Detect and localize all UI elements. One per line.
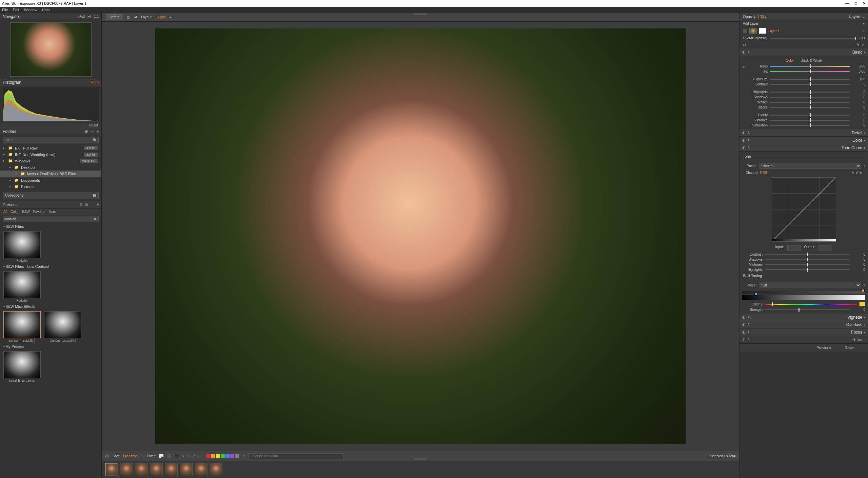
menu-file[interactable]: File xyxy=(2,8,8,12)
presets-collapse-icon[interactable]: ⊟ xyxy=(85,203,88,206)
menu-help[interactable]: Help xyxy=(42,8,50,12)
layout-value[interactable]: Single xyxy=(156,15,166,19)
eyedropper-icon[interactable]: ✎ xyxy=(742,65,745,69)
flag-unflagged-icon[interactable] xyxy=(167,454,171,458)
histogram-header[interactable]: Histogram RGB xyxy=(0,79,101,86)
folders-card-icon[interactable]: ▣ xyxy=(85,130,88,133)
curve-point-icon[interactable]: ✎ xyxy=(852,171,854,175)
folders-plus-icon[interactable]: + xyxy=(97,130,99,133)
slider-track[interactable] xyxy=(770,115,850,116)
menu-edit[interactable]: Edit xyxy=(13,8,19,12)
color-filter-swatch[interactable] xyxy=(211,454,215,458)
slider-track[interactable] xyxy=(770,84,850,85)
flag-picked-icon[interactable] xyxy=(159,454,163,458)
folder-row[interactable]: ▸📁Documents xyxy=(0,177,101,183)
slider-track[interactable] xyxy=(770,97,850,98)
before-button[interactable]: Before xyxy=(106,14,123,20)
split-color1-swatch[interactable] xyxy=(859,302,865,306)
split-tone-gradient[interactable] xyxy=(742,295,865,300)
layer-row[interactable]: Layer 1 ≡ xyxy=(739,27,868,35)
basic-reset-icon[interactable]: ↻ xyxy=(748,50,751,54)
slider-track[interactable] xyxy=(770,92,850,93)
star-filter[interactable]: ≥ ☆☆☆☆☆ xyxy=(182,454,203,458)
split-preset-select[interactable]: *Off xyxy=(760,282,861,288)
basic-toggle-icon[interactable]: ◐ xyxy=(742,50,746,54)
presets-grid-icon[interactable]: ⊞ xyxy=(80,203,82,206)
basic-collapse-icon[interactable]: ▾ xyxy=(864,51,865,54)
split-strength-slider[interactable] xyxy=(765,309,850,310)
color-filter-swatch[interactable] xyxy=(225,454,230,458)
nav-grid[interactable]: Grid xyxy=(78,15,85,18)
gear-icon[interactable]: ⚙ xyxy=(105,454,109,459)
metadata-filter-input[interactable] xyxy=(249,453,343,459)
preset-thumb[interactable]: Kodalith-No GRAIN xyxy=(3,351,41,382)
folder-row[interactable]: ▸📁EXT Full Raw4.0 TB xyxy=(0,145,101,151)
flag-rejected-icon[interactable] xyxy=(175,454,179,458)
preset-tab-all[interactable]: All xyxy=(3,210,7,214)
close-icon[interactable]: ✕ xyxy=(863,1,866,6)
presets-minus-icon[interactable]: — xyxy=(91,203,94,206)
previous-button[interactable]: Previous xyxy=(816,346,831,350)
swap-icon[interactable]: ⇄ xyxy=(134,15,137,19)
histogram-reset[interactable]: Reset xyxy=(89,123,98,127)
folder-row[interactable]: ▸📁Pictures xyxy=(0,183,101,190)
nav-1to1[interactable]: 1:1 xyxy=(94,15,99,18)
basic-header[interactable]: ◐↻ Basic ▾ xyxy=(739,48,868,56)
maximize-icon[interactable]: □ xyxy=(855,1,857,6)
crop-icon[interactable]: ⊡ xyxy=(743,43,746,47)
filmstrip-thumb[interactable] xyxy=(135,463,148,476)
preset-tab-user[interactable]: User xyxy=(49,210,56,214)
presets-plus-icon[interactable]: + xyxy=(97,203,99,206)
grain-header[interactable]: ◐↻ Grain◂ xyxy=(739,336,868,343)
vignette-header[interactable]: ◐↻ Vignette◂ xyxy=(739,314,868,321)
color-filter-swatch[interactable] xyxy=(230,454,234,458)
preset-thumb[interactable]: Kodalith xyxy=(3,271,41,302)
color-filter-swatch[interactable] xyxy=(235,454,239,458)
histogram-mode[interactable]: RGB xyxy=(91,80,99,84)
bottom-handle[interactable] xyxy=(414,458,427,460)
slider-track[interactable] xyxy=(770,79,850,80)
filmstrip-thumb[interactable] xyxy=(180,463,193,476)
curve-reset-icon[interactable]: ↻ xyxy=(859,171,862,175)
layers-menu-icon[interactable]: ≡ xyxy=(863,15,865,19)
color-filter-swatch[interactable] xyxy=(216,454,220,458)
split-preset-save-icon[interactable]: + xyxy=(863,283,865,287)
preset-thumb[interactable]: Vignette ...Kodalith) xyxy=(44,311,81,342)
search-icon[interactable]: 🔍 xyxy=(91,137,99,143)
folder-row[interactable]: ▸📁kevin ▸ OneDrive ▸ ASE Files xyxy=(0,171,101,177)
filmstrip-thumb[interactable] xyxy=(210,463,222,476)
folder-row[interactable]: ▸📁Desktop xyxy=(0,164,101,171)
preset-tab-bw[interactable]: B&W xyxy=(22,210,30,214)
filmstrip-thumb[interactable] xyxy=(120,463,133,476)
preset-group-header[interactable]: B&W Films - Low Contrast xyxy=(0,263,101,270)
navigator-header[interactable]: Navigator Grid Fit 1:1 xyxy=(0,13,101,20)
split-color1-slider[interactable] xyxy=(765,304,857,305)
collections-row[interactable]: Collections ▤ xyxy=(3,192,99,199)
folders-minus-icon[interactable]: — xyxy=(91,130,94,133)
tone-curve-header[interactable]: ◐↻ Tone Curve ▾ xyxy=(739,144,868,152)
image-viewport[interactable] xyxy=(102,22,739,451)
eraser-icon[interactable]: ✐ xyxy=(862,43,865,47)
filmstrip-thumb[interactable] xyxy=(105,463,118,476)
channel-value[interactable]: RGB xyxy=(760,171,768,175)
preset-thumb[interactable]: Border - ...Kodalith) xyxy=(3,311,41,342)
color-filter-swatch[interactable] xyxy=(221,454,225,458)
filter-link-icon[interactable]: ⟲ xyxy=(242,454,245,458)
preset-search-clear-icon[interactable]: ✕ xyxy=(92,216,99,222)
folder-row[interactable]: ▸📁INT: Non Wedding (Live)3.0 TB xyxy=(0,151,101,158)
filmstrip-thumb[interactable] xyxy=(165,463,178,476)
overlays-header[interactable]: ◐↻ Overlays◂ xyxy=(739,321,868,328)
slider-track[interactable] xyxy=(770,102,850,103)
add-layer-row[interactable]: Add Layer ≡ xyxy=(739,20,868,27)
reset-button[interactable]: Reset xyxy=(845,346,854,350)
preset-group-header[interactable]: My Presets xyxy=(0,343,101,350)
sort-dir-icon[interactable]: ↓↑ xyxy=(140,454,144,458)
brush-icon[interactable]: ✎ xyxy=(856,43,860,47)
slider-track[interactable] xyxy=(770,107,850,108)
minimize-icon[interactable]: — xyxy=(845,1,849,6)
preset-search-input[interactable] xyxy=(3,216,92,222)
basic-tab-color[interactable]: Color xyxy=(786,59,794,62)
preset-tab-favorite[interactable]: Favorite xyxy=(33,210,45,214)
layer-menu-icon[interactable]: ≡ xyxy=(863,29,865,33)
tone-preset-save-icon[interactable]: + xyxy=(863,164,865,168)
